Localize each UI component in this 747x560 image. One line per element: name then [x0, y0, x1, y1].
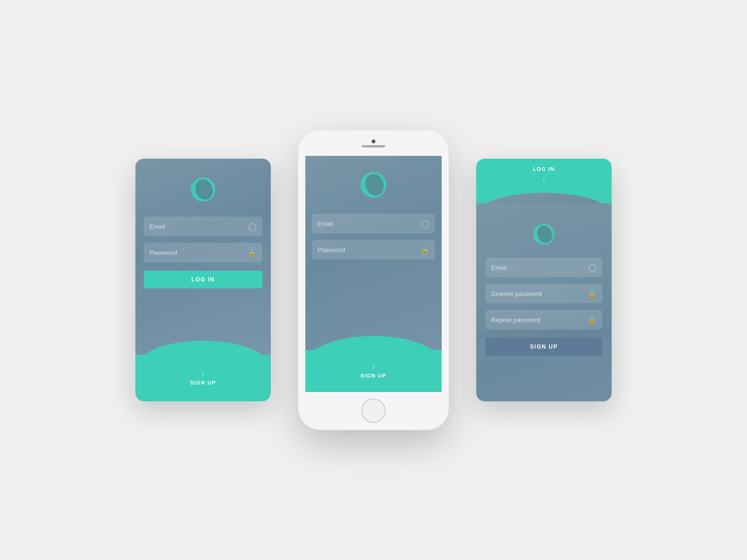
phone-screen-top: Email ◯ Password 🔒 — [305, 156, 442, 350]
right-card-fields: Email ◯ Desired password 🔒 Repeat passwo… — [476, 258, 612, 329]
repeat-password-input[interactable]: Repeat password 🔒 — [486, 310, 602, 329]
person-icon-right: ◯ — [588, 263, 597, 272]
person-icon-phone: ◯ — [421, 219, 430, 228]
right-signup-card: LOG IN ↓ Email ◯ Desired password 🔒 Repe… — [476, 159, 612, 401]
left-email-input[interactable]: Email ◯ — [144, 217, 262, 236]
right-card-teal-header: LOG IN ↓ — [476, 159, 612, 203]
phone-email-input[interactable]: Email ◯ — [312, 214, 435, 233]
desired-password-label: Desired password — [491, 290, 587, 297]
lock-icon-left: 🔒 — [247, 248, 257, 257]
phone-screen: Email ◯ Password 🔒 ↑ SIGN UP — [305, 156, 442, 392]
phone-mockup: Email ◯ Password 🔒 ↑ SIGN UP — [299, 131, 448, 429]
arrow-up-icon-phone: ↑ — [372, 364, 375, 371]
right-login-label[interactable]: LOG IN — [533, 166, 555, 172]
phone-password-label: Password — [317, 246, 420, 253]
right-email-input[interactable]: Email ◯ — [486, 258, 602, 277]
right-email-label: Email — [491, 264, 588, 271]
left-password-label: Password — [149, 249, 247, 256]
arrow-down-icon: ↓ — [543, 175, 546, 182]
left-login-card: Email ◯ Password 🔒 LOG IN ↑ SIGN UP — [135, 159, 271, 401]
left-card-fields: Email ◯ Password 🔒 — [135, 217, 271, 262]
repeat-password-label: Repeat password — [491, 316, 587, 323]
lock-icon-desired: 🔒 — [587, 289, 597, 298]
right-signup-btn-wrap: SIGN UP — [476, 338, 612, 401]
desired-password-input[interactable]: Desired password 🔒 — [486, 284, 602, 303]
person-icon-left: ◯ — [248, 222, 257, 231]
left-card-top: Email ◯ Password 🔒 LOG IN — [135, 159, 271, 355]
right-card-main: Email ◯ Desired password 🔒 Repeat passwo… — [476, 203, 612, 401]
signup-button[interactable]: SIGN UP — [486, 338, 602, 356]
lock-icon-phone: 🔒 — [420, 245, 430, 254]
phone-bottom-bar — [299, 392, 448, 429]
app-logo-right — [532, 222, 556, 246]
phone-speaker — [362, 145, 385, 147]
lock-icon-repeat: 🔒 — [587, 315, 597, 324]
left-card-bottom: ↑ SIGN UP — [135, 355, 271, 401]
left-password-input[interactable]: Password 🔒 — [144, 243, 262, 262]
left-signup-label[interactable]: SIGN UP — [190, 380, 216, 385]
phone-fields: Email ◯ Password 🔒 — [305, 214, 442, 259]
front-camera — [372, 140, 375, 143]
app-logo-center — [359, 170, 388, 200]
login-button[interactable]: LOG IN — [144, 271, 262, 288]
arrow-up-icon-left: ↑ — [202, 371, 205, 378]
app-logo-left — [189, 175, 217, 203]
phone-signup-label[interactable]: SIGN UP — [360, 373, 387, 378]
phone-notch — [299, 131, 448, 156]
phone-password-input[interactable]: Password 🔒 — [312, 240, 435, 259]
phone-email-label: Email — [317, 220, 421, 227]
phone-screen-bottom: ↑ SIGN UP — [305, 350, 442, 392]
home-button[interactable] — [361, 399, 386, 423]
left-email-label: Email — [149, 223, 248, 230]
